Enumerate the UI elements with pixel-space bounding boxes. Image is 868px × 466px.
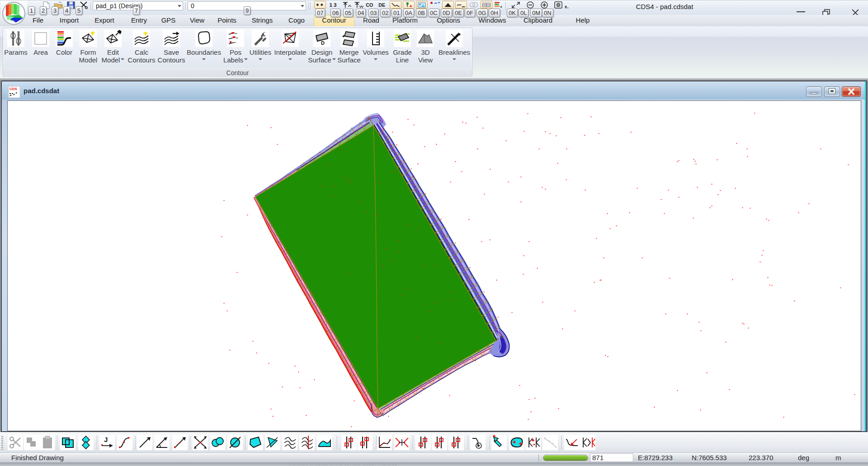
svg-text:DE: DE bbox=[378, 2, 385, 8]
svg-text:1 3: 1 3 bbox=[329, 2, 337, 8]
svg-text:CDS: CDS bbox=[9, 87, 18, 91]
svg-text:J: J bbox=[104, 436, 108, 443]
svg-text:D: D bbox=[321, 40, 325, 46]
svg-text:CO: CO bbox=[366, 2, 373, 8]
